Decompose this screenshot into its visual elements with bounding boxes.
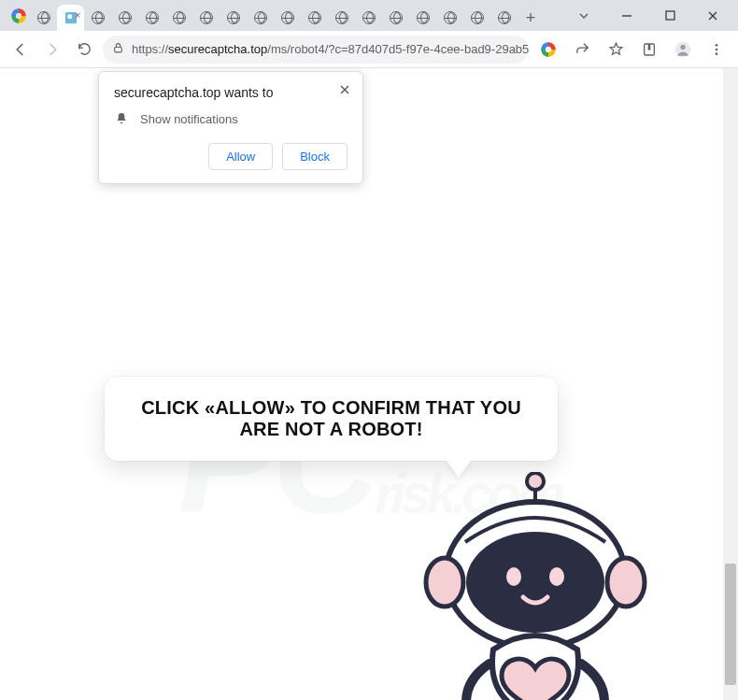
svg-rect-3 bbox=[115, 47, 122, 51]
instruction-text: CLICK «ALLOW» TO CONFIRM THAT YOU ARE NO… bbox=[127, 397, 535, 440]
tab[interactable] bbox=[436, 5, 463, 31]
tab[interactable] bbox=[138, 5, 165, 31]
tab[interactable] bbox=[84, 5, 111, 31]
notification-permission-dialog: securecaptcha.top wants to Show notifica… bbox=[98, 71, 363, 184]
svg-point-18 bbox=[549, 567, 564, 586]
tab[interactable] bbox=[192, 5, 220, 31]
tab[interactable] bbox=[328, 5, 355, 31]
globe-icon bbox=[417, 11, 430, 24]
svg-point-14 bbox=[426, 558, 463, 607]
globe-icon bbox=[119, 11, 132, 24]
svg-point-7 bbox=[680, 44, 685, 49]
tab[interactable] bbox=[409, 5, 436, 31]
tab[interactable] bbox=[30, 5, 57, 31]
bell-icon bbox=[114, 111, 129, 126]
globe-icon bbox=[308, 11, 321, 24]
globe-icon bbox=[444, 11, 457, 24]
browser-toolbar: https://securecaptcha.top/ms/robot4/?c=8… bbox=[0, 31, 738, 68]
new-tab-button[interactable]: + bbox=[518, 5, 544, 31]
search-engine-icon[interactable] bbox=[534, 36, 562, 64]
forward-button[interactable] bbox=[39, 36, 65, 63]
svg-point-17 bbox=[506, 567, 521, 586]
svg-point-15 bbox=[607, 558, 645, 607]
url-scheme: https:// bbox=[132, 42, 168, 56]
globe-icon bbox=[390, 11, 403, 24]
google-favicon-icon bbox=[11, 8, 26, 23]
address-bar[interactable]: https://securecaptcha.top/ms/robot4/?c=8… bbox=[103, 36, 529, 64]
robot-illustration bbox=[409, 472, 661, 700]
window-favicon bbox=[7, 8, 30, 23]
dialog-origin-text: securecaptcha.top wants to bbox=[114, 85, 348, 100]
svg-point-9 bbox=[716, 48, 718, 50]
url-host: securecaptcha.top bbox=[168, 42, 267, 56]
url-text: https://securecaptcha.top/ms/robot4/?c=8… bbox=[132, 42, 529, 56]
svg-point-8 bbox=[716, 44, 718, 47]
menu-button[interactable] bbox=[703, 36, 731, 64]
url-path: /ms/robot4/?c=87d407d5-f97e-4cee-bad9-29… bbox=[267, 42, 529, 56]
share-button[interactable] bbox=[568, 36, 596, 64]
bookmark-button[interactable] bbox=[602, 36, 630, 64]
scrollbar[interactable] bbox=[723, 68, 738, 700]
chevron-down-icon[interactable] bbox=[562, 2, 605, 30]
globe-icon bbox=[227, 11, 240, 24]
tab[interactable] bbox=[111, 5, 138, 31]
globe-icon bbox=[173, 11, 186, 24]
google-icon bbox=[541, 42, 556, 57]
title-bar: × + bbox=[0, 0, 738, 31]
globe-icon bbox=[498, 11, 511, 24]
svg-point-12 bbox=[527, 473, 544, 490]
globe-icon bbox=[281, 11, 294, 24]
tab[interactable] bbox=[220, 5, 247, 31]
tab[interactable] bbox=[165, 5, 192, 31]
tab[interactable] bbox=[355, 5, 382, 31]
profile-button[interactable] bbox=[669, 36, 697, 64]
dialog-close-button[interactable] bbox=[334, 79, 355, 100]
svg-point-10 bbox=[716, 52, 718, 55]
back-button[interactable] bbox=[7, 36, 34, 63]
reading-list-button[interactable] bbox=[635, 36, 663, 64]
tab-close-button[interactable]: × bbox=[75, 10, 80, 21]
allow-button[interactable]: Allow bbox=[208, 143, 273, 170]
globe-icon bbox=[146, 11, 159, 24]
minimize-button[interactable] bbox=[605, 2, 648, 30]
tab[interactable] bbox=[274, 5, 301, 31]
svg-point-16 bbox=[466, 532, 604, 633]
instruction-bubble: CLICK «ALLOW» TO CONFIRM THAT YOU ARE NO… bbox=[105, 377, 558, 461]
svg-rect-1 bbox=[67, 15, 71, 19]
tab[interactable] bbox=[247, 5, 274, 31]
tab[interactable] bbox=[382, 5, 409, 31]
globe-icon bbox=[254, 11, 267, 24]
globe-icon bbox=[37, 11, 50, 24]
svg-rect-2 bbox=[666, 11, 674, 20]
svg-rect-5 bbox=[648, 44, 651, 50]
window-controls bbox=[562, 2, 734, 30]
tab[interactable] bbox=[463, 5, 490, 31]
globe-icon bbox=[335, 11, 348, 24]
globe-icon bbox=[200, 11, 213, 24]
reload-button[interactable] bbox=[71, 36, 97, 63]
tab-strip: × + bbox=[30, 0, 562, 31]
globe-icon bbox=[362, 11, 376, 24]
tab[interactable] bbox=[301, 5, 328, 31]
globe-icon bbox=[92, 11, 105, 24]
block-button[interactable]: Block bbox=[282, 143, 348, 170]
permission-item-label: Show notifications bbox=[140, 112, 238, 126]
scrollbar-thumb[interactable] bbox=[725, 564, 736, 685]
close-window-button[interactable] bbox=[691, 2, 734, 30]
tab[interactable] bbox=[490, 5, 518, 31]
tab-active[interactable]: × bbox=[57, 5, 84, 31]
lock-icon bbox=[112, 42, 124, 57]
maximize-button[interactable] bbox=[648, 2, 691, 30]
globe-icon bbox=[471, 11, 484, 24]
